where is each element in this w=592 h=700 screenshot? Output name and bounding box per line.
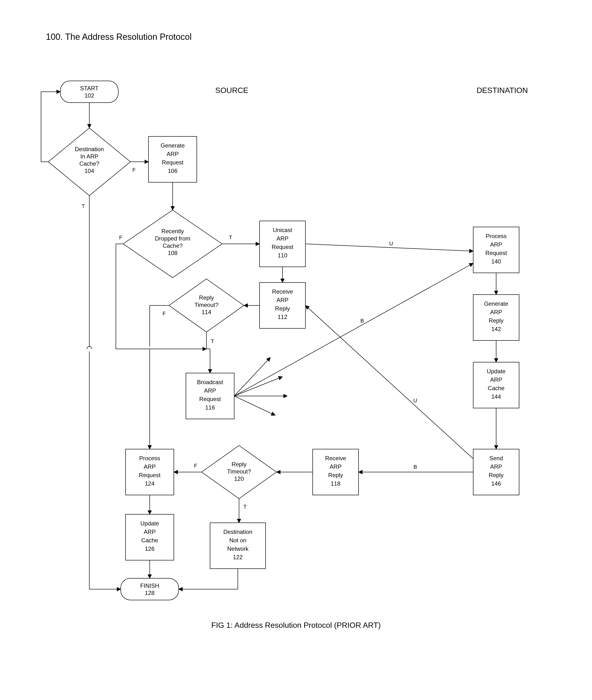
label-t-114: T	[211, 338, 214, 344]
svg-text:142: 142	[491, 326, 501, 332]
label-t-120: T	[243, 504, 247, 510]
edge-timeout114-t-broadcast	[206, 332, 210, 373]
svg-text:140: 140	[491, 258, 501, 265]
node-generate-request: Generate ARP Request 106	[148, 137, 197, 182]
svg-text:START: START	[80, 85, 99, 92]
svg-text:Reply: Reply	[489, 472, 503, 478]
node-send-reply-146: Send ARP Reply 146	[473, 449, 519, 495]
svg-text:128: 128	[145, 590, 154, 596]
svg-text:ARP: ARP	[490, 463, 502, 470]
svg-text:Request: Request	[485, 250, 507, 256]
node-reply-timeout-114: Reply Timeout? 114	[169, 279, 244, 332]
edge-timeout114-f	[150, 305, 169, 347]
svg-text:Request: Request	[162, 159, 184, 166]
svg-text:ARP: ARP	[144, 463, 155, 470]
svg-line-87	[234, 396, 275, 415]
svg-text:ARP: ARP	[277, 235, 288, 242]
svg-text:Process: Process	[486, 233, 507, 239]
label-f-104: F	[132, 167, 136, 173]
svg-text:Receive: Receive	[272, 288, 293, 295]
node-receive-reply-112: Receive ARP Reply 112	[259, 283, 305, 329]
svg-text:Cache?: Cache?	[80, 160, 99, 167]
svg-rect-81	[121, 578, 179, 600]
svg-text:Reply: Reply	[328, 472, 343, 478]
svg-line-85	[234, 377, 283, 396]
svg-text:Broadcast: Broadcast	[197, 379, 223, 385]
node-not-on-network: Destination Not on Network 122	[210, 523, 265, 569]
svg-text:146: 146	[491, 480, 501, 487]
source-header: SOURCE	[215, 86, 248, 95]
svg-text:ARP: ARP	[490, 241, 502, 248]
svg-text:124: 124	[145, 480, 154, 487]
svg-text:Reply: Reply	[199, 294, 214, 301]
node-process-request-140: Process ARP Request 140	[473, 227, 519, 273]
svg-text:Reply: Reply	[489, 317, 503, 324]
svg-text:Send: Send	[489, 455, 503, 461]
svg-text:Not on: Not on	[229, 537, 247, 544]
edge-incache-loop	[41, 92, 60, 162]
svg-text:ARP: ARP	[490, 377, 502, 383]
svg-text:Generate: Generate	[484, 300, 508, 307]
svg-text:116: 116	[205, 404, 215, 411]
edge-recently-f-down	[116, 244, 150, 349]
node-receive-reply-118: Receive ARP Reply 118	[313, 449, 358, 495]
svg-text:Reply: Reply	[232, 461, 246, 467]
label-u-146: U	[413, 397, 417, 403]
svg-text:Request: Request	[139, 472, 160, 478]
svg-line-84	[234, 357, 270, 396]
svg-text:Cache: Cache	[141, 537, 158, 544]
svg-text:Timeout?: Timeout?	[227, 468, 251, 475]
broadcast-fan-icon	[234, 357, 287, 415]
svg-text:Update: Update	[487, 368, 505, 374]
svg-text:Update: Update	[140, 520, 159, 527]
node-broadcast-request: Broadcast ARP Request 116	[186, 373, 234, 419]
svg-text:Network: Network	[227, 545, 249, 552]
svg-text:114: 114	[202, 309, 211, 315]
label-b-116: B	[360, 318, 364, 324]
svg-text:102: 102	[85, 92, 94, 99]
svg-text:ARP: ARP	[330, 463, 341, 470]
svg-text:Cache?: Cache?	[163, 242, 183, 249]
label-t-108: T	[229, 235, 232, 241]
svg-text:Destination: Destination	[75, 146, 104, 152]
svg-text:106: 106	[168, 167, 178, 174]
label-f-120: F	[194, 463, 197, 469]
node-update-cache-144: Update ARP Cache 144	[473, 362, 519, 408]
node-start: START 102	[60, 81, 118, 103]
svg-text:In ARP: In ARP	[81, 153, 99, 160]
page-title: 100. The Address Resolution Protocol	[46, 32, 192, 42]
node-unicast-request: Unicast ARP Request 110	[259, 221, 305, 267]
svg-text:120: 120	[234, 476, 244, 482]
flowchart: 100. The Address Resolution Protocol SOU…	[0, 0, 592, 700]
svg-text:ARP: ARP	[166, 151, 179, 157]
figure-caption: FIG 1: Address Resolution Protocol (PRIO…	[211, 621, 381, 630]
svg-text:144: 144	[491, 393, 501, 400]
label-u-110: U	[389, 241, 393, 247]
svg-text:Process: Process	[139, 455, 160, 461]
svg-text:Generate: Generate	[160, 142, 185, 149]
svg-text:ARP: ARP	[144, 529, 155, 535]
svg-text:122: 122	[233, 554, 243, 560]
svg-text:Destination: Destination	[223, 529, 252, 535]
svg-text:Timeout?: Timeout?	[194, 302, 218, 308]
node-in-cache: Destination In ARP Cache? 104	[48, 128, 130, 196]
svg-rect-0	[60, 81, 118, 103]
svg-text:FINISH: FINISH	[140, 583, 159, 589]
svg-text:112: 112	[278, 314, 287, 320]
svg-text:Request: Request	[199, 396, 221, 402]
svg-text:Unicast: Unicast	[273, 227, 292, 233]
node-finish: FINISH 128	[121, 578, 179, 600]
svg-text:Recently: Recently	[161, 228, 184, 235]
node-reply-timeout-120: Reply Timeout? 120	[202, 446, 277, 499]
edge-122-finish	[179, 569, 238, 589]
svg-text:110: 110	[278, 252, 287, 259]
svg-text:Cache: Cache	[488, 385, 504, 391]
svg-text:104: 104	[85, 167, 94, 174]
svg-text:ARP: ARP	[277, 297, 288, 303]
svg-text:Reply: Reply	[275, 305, 290, 312]
node-update-cache-126: Update ARP Cache 126	[126, 514, 174, 560]
label-b-146: B	[413, 464, 417, 470]
node-generate-reply-142: Generate ARP Reply 142	[473, 295, 519, 341]
svg-text:118: 118	[331, 480, 340, 487]
node-process-request-124: Process ARP Request 124	[126, 449, 174, 495]
